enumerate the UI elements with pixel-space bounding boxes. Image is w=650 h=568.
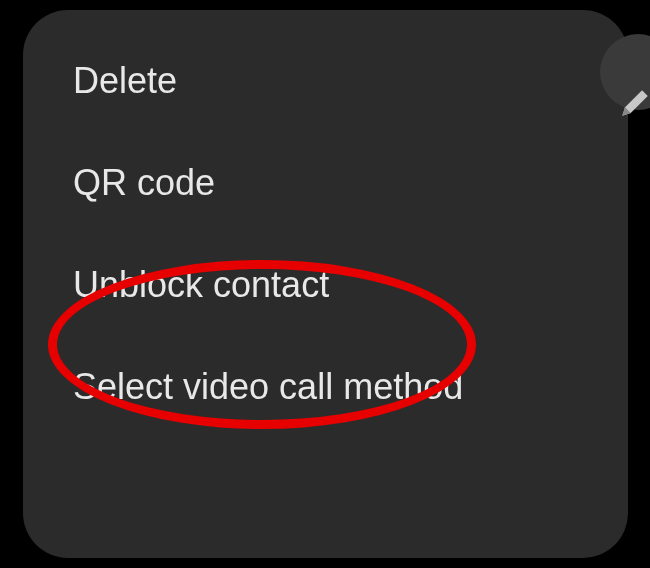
context-menu-panel: Delete QR code Unblock contact Select vi… <box>23 10 628 558</box>
menu-item-select-video-call-method[interactable]: Select video call method <box>23 336 628 438</box>
edit-pen-icon[interactable] <box>618 86 650 120</box>
menu-item-qr-code[interactable]: QR code <box>23 132 628 234</box>
menu-item-label: QR code <box>73 162 215 203</box>
menu-item-label: Unblock contact <box>73 264 329 305</box>
menu-item-label: Select video call method <box>73 366 463 407</box>
menu-item-unblock-contact[interactable]: Unblock contact <box>23 234 628 336</box>
menu-item-delete[interactable]: Delete <box>23 30 628 132</box>
menu-item-label: Delete <box>73 60 177 101</box>
